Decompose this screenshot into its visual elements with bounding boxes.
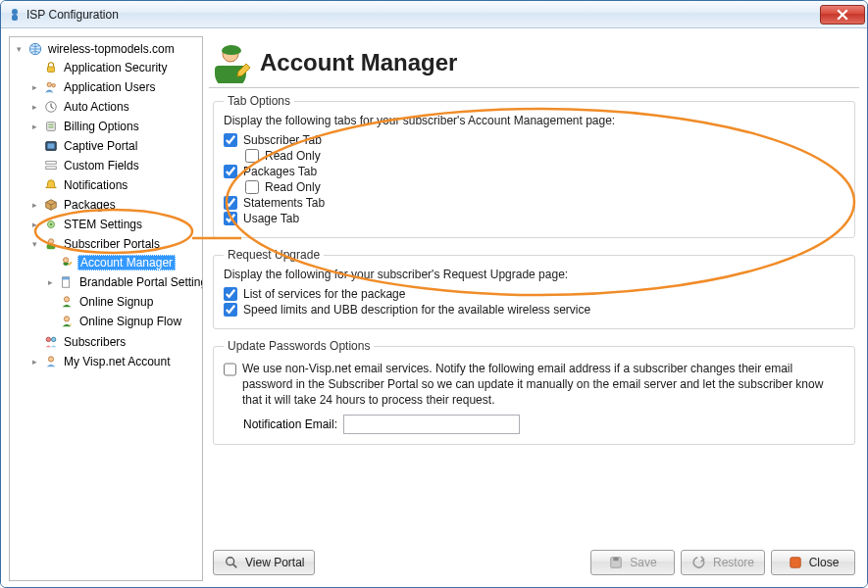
- window-close-button[interactable]: [820, 5, 865, 24]
- tree-item-subscribers[interactable]: Subscribers: [27, 333, 198, 351]
- notification-email-input[interactable]: [343, 415, 520, 434]
- checkbox-packages-tab[interactable]: Packages Tab: [224, 165, 844, 178]
- svg-point-4: [47, 82, 51, 86]
- svg-point-19: [64, 297, 69, 302]
- tree-item-application-users[interactable]: ▸ Application Users: [27, 78, 198, 96]
- checkbox-nonvisp-email[interactable]: We use non-Visp.net email services. Noti…: [224, 361, 844, 409]
- svg-rect-27: [614, 558, 619, 562]
- close-button[interactable]: Close: [771, 550, 855, 575]
- group-tab-options-legend: Tab Options: [224, 94, 294, 108]
- save-button[interactable]: Save: [590, 550, 675, 575]
- content-panel: Account Manager Tab Options Display the …: [209, 36, 859, 581]
- group-update-passwords-legend: Update Passwords Options: [224, 339, 374, 353]
- checkbox-statements-tab-input[interactable]: [224, 196, 237, 210]
- checkbox-packages-tab-input[interactable]: [224, 165, 237, 178]
- save-icon: [608, 555, 624, 570]
- svg-point-20: [64, 317, 69, 321]
- svg-point-0: [12, 9, 18, 15]
- tree-item-my-visp-account[interactable]: ▸ My Visp.net Account: [27, 353, 198, 370]
- app-icon: [7, 7, 23, 23]
- tree-item-custom-fields[interactable]: Custom Fields: [27, 157, 198, 174]
- chevron-right-icon[interactable]: ▸: [45, 277, 56, 288]
- checkbox-packages-readonly[interactable]: Read Only: [245, 180, 844, 194]
- checkbox-speed-limits[interactable]: Speed limits and UBB description for the…: [224, 303, 844, 317]
- chevron-right-icon[interactable]: ▸: [29, 357, 40, 368]
- checkbox-subscriber-readonly-input[interactable]: [245, 149, 259, 163]
- svg-point-23: [48, 357, 53, 362]
- tree-item-application-security[interactable]: Application Security: [27, 59, 198, 76]
- account-manager-icon: [59, 255, 75, 270]
- spacer: [29, 63, 40, 74]
- tree-item-notifications[interactable]: Notifications: [27, 176, 198, 194]
- chevron-right-icon[interactable]: ▸: [29, 220, 40, 230]
- brand-icon: [59, 274, 75, 290]
- chevron-right-icon[interactable]: ▸: [29, 82, 40, 93]
- spacer: [29, 161, 40, 172]
- chevron-right-icon[interactable]: ▸: [29, 122, 40, 132]
- svg-rect-3: [48, 67, 55, 72]
- tree-item-online-signup[interactable]: Online Signup: [43, 293, 196, 311]
- tree-item-billing-options[interactable]: ▸ Billing Options: [27, 118, 198, 135]
- restore-button[interactable]: Restore: [681, 550, 765, 575]
- tree-item-auto-actions[interactable]: ▸ Auto Actions: [27, 98, 198, 116]
- group-tab-options: Tab Options Display the following tabs f…: [213, 94, 855, 238]
- svg-rect-15: [47, 244, 56, 249]
- chevron-right-icon[interactable]: ▸: [29, 102, 40, 113]
- scroll-area[interactable]: Tab Options Display the following tabs f…: [209, 88, 859, 544]
- checkbox-list-services[interactable]: List of services for the package: [224, 287, 844, 301]
- svg-rect-18: [63, 277, 70, 280]
- nav-tree[interactable]: ▾ wireless-topmodels.com Application Sec…: [9, 36, 203, 581]
- svg-rect-7: [47, 122, 56, 131]
- spacer: [45, 317, 56, 327]
- lock-icon: [43, 60, 59, 75]
- group-request-upgrade: Request Upgrade Display the following fo…: [213, 248, 855, 329]
- signup-icon: [59, 294, 75, 310]
- tree-item-subscriber-portals[interactable]: ▾ Subscriber Portals: [27, 235, 198, 253]
- footer: View Portal Save Restore Close: [209, 544, 859, 581]
- view-portal-button[interactable]: View Portal: [213, 550, 315, 575]
- svg-rect-9: [48, 143, 55, 148]
- checkbox-list-services-input[interactable]: [224, 287, 237, 301]
- checkbox-usage-tab-input[interactable]: [224, 212, 237, 225]
- tree-root[interactable]: ▾ wireless-topmodels.com: [12, 40, 200, 58]
- portal-user-icon: [43, 236, 59, 252]
- checkbox-subscriber-tab[interactable]: Subscriber Tab: [224, 133, 844, 147]
- tree-item-stem-settings[interactable]: ▸ STEM Settings: [27, 216, 198, 233]
- checkbox-usage-tab[interactable]: Usage Tab: [224, 212, 844, 225]
- tree-item-online-signup-flow[interactable]: Online Signup Flow: [43, 313, 196, 330]
- restore-icon: [691, 555, 707, 570]
- group-update-passwords: Update Passwords Options We use non-Visp…: [213, 339, 855, 445]
- subscribers-icon: [43, 334, 59, 350]
- tree-item-account-manager[interactable]: Account Manager: [43, 254, 196, 271]
- bell-icon: [43, 177, 59, 193]
- account-manager-header-icon: [213, 42, 254, 83]
- page-title: Account Manager: [260, 49, 457, 76]
- svg-rect-28: [790, 558, 800, 568]
- package-icon: [43, 197, 59, 213]
- tree-item-brandable-portal-settings[interactable]: ▸ Brandable Portal Settings: [43, 273, 196, 291]
- fields-icon: [43, 158, 59, 173]
- notification-email-label: Notification Email:: [243, 417, 337, 431]
- settings-icon: [43, 217, 59, 232]
- checkbox-statements-tab[interactable]: Statements Tab: [224, 196, 844, 210]
- spacer: [29, 141, 40, 152]
- group-request-upgrade-legend: Request Upgrade: [224, 248, 324, 262]
- checkbox-nonvisp-email-input[interactable]: [224, 363, 236, 376]
- globe-icon: [27, 41, 43, 57]
- chevron-down-icon[interactable]: ▾: [14, 44, 25, 55]
- spacer: [45, 297, 56, 308]
- checkbox-packages-readonly-input[interactable]: [245, 180, 259, 194]
- chevron-down-icon[interactable]: ▾: [29, 239, 40, 250]
- tree-item-captive-portal[interactable]: Captive Portal: [27, 137, 198, 155]
- chevron-right-icon[interactable]: ▸: [29, 200, 40, 211]
- portal-icon: [43, 138, 59, 154]
- spacer: [29, 337, 40, 348]
- tab-options-desc: Display the following tabs for your subs…: [224, 114, 844, 127]
- checkbox-subscriber-tab-input[interactable]: [224, 133, 237, 147]
- tree-item-packages[interactable]: ▸ Packages: [27, 196, 198, 214]
- checkbox-subscriber-readonly[interactable]: Read Only: [245, 149, 844, 163]
- window: ISP Configuration ▾ wireless-topmodels.c…: [0, 0, 868, 588]
- svg-point-16: [64, 258, 69, 263]
- account-icon: [43, 354, 59, 369]
- checkbox-speed-limits-input[interactable]: [224, 303, 237, 317]
